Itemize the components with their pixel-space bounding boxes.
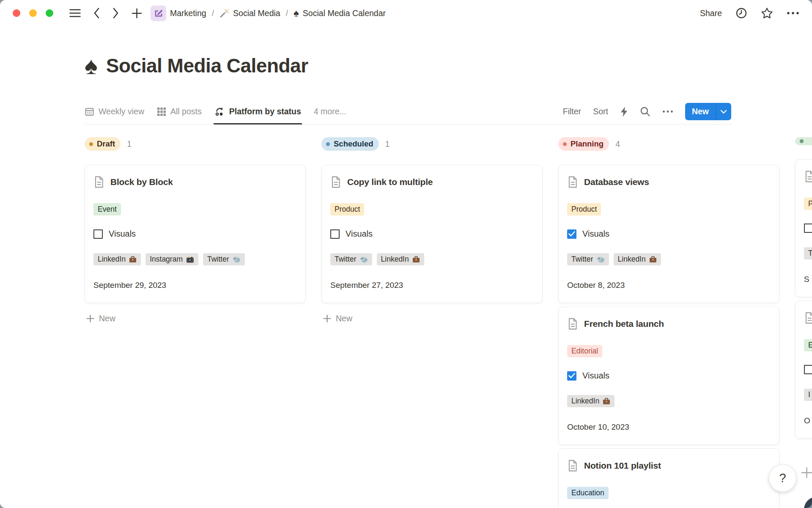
edge-plus-icon[interactable]: [801, 467, 812, 478]
visuals-checkbox[interactable]: [567, 371, 576, 381]
briefcase-emoji-icon: [129, 256, 137, 263]
briefcase-emoji-icon: [649, 256, 657, 263]
card-date: S: [804, 275, 812, 284]
new-page-icon[interactable]: [132, 8, 142, 19]
card-title: Database views: [584, 177, 649, 187]
briefcase-emoji-icon: [603, 398, 610, 405]
column-count: 1: [385, 139, 390, 149]
column-count: 4: [615, 139, 620, 149]
forward-button[interactable]: [112, 8, 119, 19]
briefcase-emoji-icon: [412, 256, 420, 263]
visuals-checkbox[interactable]: [330, 229, 340, 239]
status-dot: [326, 142, 330, 146]
page-icon: [804, 171, 812, 182]
card-french-beta-launch[interactable]: French beta launch Editorial Visuals Lin…: [558, 306, 779, 445]
add-card-button[interactable]: New: [321, 314, 543, 323]
tab-weekly-view[interactable]: Weekly view: [85, 99, 144, 124]
page-icon: [330, 176, 341, 188]
status-pill-scheduled[interactable]: Scheduled: [321, 137, 379, 151]
new-button-group: New: [685, 103, 731, 120]
page-title[interactable]: Social Media Calendar: [106, 54, 308, 77]
checkmark-icon: [568, 373, 575, 378]
card-title: Copy link to multiple: [347, 177, 433, 187]
zoom-window-button[interactable]: [46, 9, 53, 17]
view-options-ellipsis-icon[interactable]: [662, 110, 673, 113]
platform-tag-linkedin: LinkedIn: [567, 395, 614, 407]
card-date: September 29, 2023: [93, 281, 297, 290]
visuals-checkbox[interactable]: [804, 365, 812, 374]
card-database-views[interactable]: Database views Product Visuals Twitter L…: [558, 165, 779, 303]
traffic-lights: [13, 9, 53, 17]
breadcrumb-marketing[interactable]: Marketing: [151, 6, 206, 21]
category-tag: P: [804, 198, 812, 210]
add-card-button[interactable]: New: [85, 314, 306, 323]
card-title: Block by Block: [110, 177, 173, 187]
status-cycle-icon: [214, 107, 225, 117]
card-clipped-2[interactable]: E I O: [795, 301, 812, 439]
close-window-button[interactable]: [13, 9, 20, 17]
board-column-draft: Draft 1 Block by Block Event Visuals: [85, 137, 306, 323]
visuals-checkbox[interactable]: [567, 229, 576, 239]
help-button[interactable]: ?: [769, 464, 796, 492]
card-date: O: [804, 416, 812, 425]
platform-tag-twitter: Twitter: [330, 253, 372, 265]
visuals-checkbox[interactable]: [804, 224, 812, 233]
more-views-button[interactable]: 4 more...: [314, 107, 346, 116]
new-button-dropdown[interactable]: [716, 103, 731, 120]
card-clipped-1[interactable]: P T S: [795, 159, 812, 297]
search-icon[interactable]: [640, 106, 650, 117]
card-date: October 10, 2023: [567, 422, 771, 432]
breadcrumb-social-media[interactable]: Social Media: [219, 8, 280, 18]
bird-emoji-icon: [360, 256, 368, 263]
filter-button[interactable]: Filter: [563, 107, 581, 116]
automations-lightning-icon[interactable]: [620, 106, 628, 117]
page-icon: [567, 460, 578, 472]
visuals-checkbox[interactable]: [93, 229, 103, 239]
page-emoji-spade[interactable]: ♠: [85, 53, 98, 78]
bird-emoji-icon: [233, 256, 241, 263]
tab-all-posts[interactable]: All posts: [157, 99, 202, 124]
status-dot: [800, 139, 804, 143]
history-clock-icon[interactable]: [735, 7, 747, 19]
status-pill-planning[interactable]: Planning: [558, 137, 609, 151]
platform-tag-linkedin: LinkedIn: [377, 253, 424, 265]
notion-window: Marketing / Social Media / ♠ Social Medi…: [0, 0, 812, 508]
status-dot: [563, 142, 567, 146]
card-block-by-block[interactable]: Block by Block Event Visuals LinkedIn In…: [85, 165, 306, 303]
bird-emoji-icon: [597, 256, 605, 263]
spade-emoji-icon: ♠: [294, 8, 299, 18]
tab-platform-by-status[interactable]: Platform by status: [214, 99, 301, 124]
plus-icon: [86, 315, 94, 323]
board-column-scheduled: Scheduled 1 Copy link to multiple Produc…: [321, 137, 543, 323]
marketing-teamspace-icon: [151, 6, 166, 21]
card-date: September 27, 2023: [330, 281, 534, 290]
board-column-planning: Planning 4 Database views Product Visua: [558, 137, 779, 508]
status-pill-draft[interactable]: Draft: [85, 137, 121, 151]
new-button[interactable]: New: [685, 103, 716, 120]
card-notion-101-playlist[interactable]: Notion 101 playlist Education: [558, 448, 779, 508]
category-tag: Product: [330, 203, 364, 215]
status-pill-clipped[interactable]: [795, 137, 812, 145]
breadcrumb-label: Social Media Calendar: [303, 8, 386, 18]
page-icon: [93, 176, 104, 188]
window-toolbar: Marketing / Social Media / ♠ Social Medi…: [0, 0, 812, 26]
card-copy-link-to-multiple[interactable]: Copy link to multiple Product Visuals Tw…: [321, 165, 543, 303]
card-title: French beta launch: [584, 319, 664, 329]
back-button[interactable]: [93, 8, 100, 19]
database-view-bar: Weekly view All posts Platform by status…: [85, 99, 731, 124]
sort-button[interactable]: Sort: [593, 107, 608, 116]
board-column-clipped: P T S E: [795, 137, 812, 439]
platform-tag: T: [804, 247, 812, 260]
category-tag: E: [804, 339, 812, 351]
favorite-star-icon[interactable]: [761, 7, 773, 19]
platform-tag-twitter: Twitter: [567, 253, 609, 265]
breadcrumb-social-media-calendar[interactable]: ♠ Social Media Calendar: [294, 8, 386, 18]
platform-tag-linkedin: LinkedIn: [614, 253, 661, 265]
sidebar-menu-icon[interactable]: [69, 8, 81, 18]
more-options-icon[interactable]: [787, 11, 799, 15]
page-icon: [567, 318, 578, 330]
minimize-window-button[interactable]: [29, 9, 37, 17]
page-icon: [567, 176, 578, 188]
share-button[interactable]: Share: [700, 8, 722, 18]
card-date: October 8, 2023: [567, 281, 771, 290]
